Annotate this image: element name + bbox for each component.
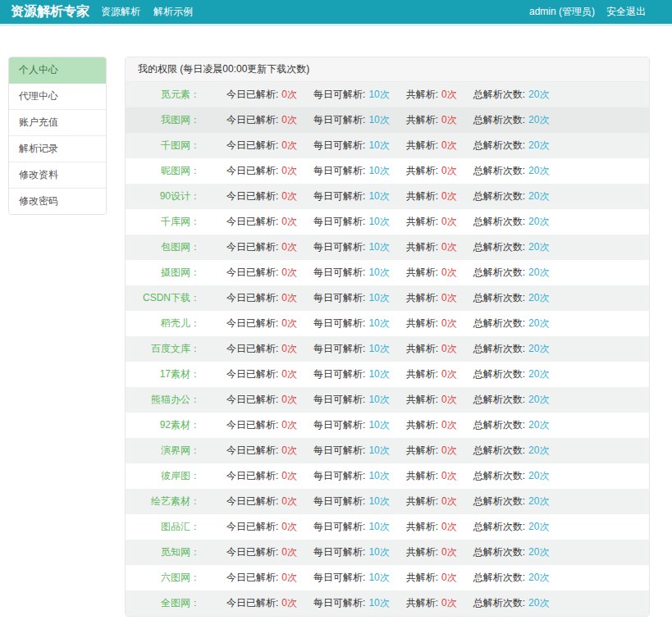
stat-daily-quota: 每日可解析:10次 xyxy=(313,598,390,609)
stat-total-parsed: 共解析:0次 xyxy=(406,344,457,354)
stat-total-quota: 总解析次数:20次 xyxy=(473,293,550,303)
stat-total-quota: 总解析次数:20次 xyxy=(473,496,550,507)
nav-link-resource-parse[interactable]: 资源解析 xyxy=(101,5,140,19)
site-link[interactable]: 图品汇： xyxy=(138,522,200,532)
permission-row: 熊猫办公： 今日已解析:0次 每日可解析:10次 共解析:0次 总解析次数:20… xyxy=(126,387,649,413)
logout-link[interactable]: 安全退出 xyxy=(606,5,646,19)
sidebar-menu: 个人中心 代理中心 账户充值 解析记录 修改资料 修改密码 xyxy=(8,57,107,215)
stat-daily-quota: 每日可解析:10次 xyxy=(313,471,390,481)
stat-today-parsed: 今日已解析:0次 xyxy=(226,89,297,100)
stat-total-quota: 总解析次数:20次 xyxy=(473,191,550,202)
site-link[interactable]: 觅元素： xyxy=(138,89,200,100)
stat-total-parsed: 共解析:0次 xyxy=(406,420,457,431)
stat-daily-quota: 每日可解析:10次 xyxy=(313,191,390,202)
site-link[interactable]: 17素材： xyxy=(138,369,200,380)
stat-total-parsed: 共解析:0次 xyxy=(406,572,457,583)
sidebar-item[interactable]: 修改资料 xyxy=(9,162,106,189)
stat-total-parsed: 共解析:0次 xyxy=(406,191,457,202)
stat-total-parsed: 共解析:0次 xyxy=(406,496,457,507)
sidebar-item[interactable]: 账户充值 xyxy=(9,110,106,136)
stat-total-parsed: 共解析:0次 xyxy=(406,267,457,278)
site-link[interactable]: 彼岸图： xyxy=(138,471,200,481)
site-link[interactable]: 全图网： xyxy=(138,598,200,609)
site-link[interactable]: 我图网： xyxy=(138,115,200,125)
stat-daily-quota: 每日可解析:10次 xyxy=(313,166,390,176)
sidebar-item[interactable]: 代理中心 xyxy=(9,84,106,110)
stat-total-parsed: 共解析:0次 xyxy=(406,217,457,227)
stat-today-parsed: 今日已解析:0次 xyxy=(226,598,297,609)
stat-today-parsed: 今日已解析:0次 xyxy=(226,115,297,125)
stat-daily-quota: 每日可解析:10次 xyxy=(313,522,390,532)
navbar-right: admin (管理员) 安全退出 xyxy=(529,5,672,19)
page-content: 个人中心 代理中心 账户充值 解析记录 修改资料 修改密码 我的权限 (每日凌晨… xyxy=(0,26,672,617)
site-link[interactable]: CSDN下载： xyxy=(138,293,200,303)
stat-total-parsed: 共解析:0次 xyxy=(406,369,457,380)
stat-daily-quota: 每日可解析:10次 xyxy=(313,293,390,303)
site-link[interactable]: 包图网： xyxy=(138,242,200,253)
sidebar-item[interactable]: 个人中心 xyxy=(9,57,106,84)
permissions-list: 觅元素： 今日已解析:0次 每日可解析:10次 共解析:0次 总解析次数:20次… xyxy=(126,82,649,616)
stat-total-quota: 总解析次数:20次 xyxy=(473,369,550,380)
permission-row: 百度文库： 今日已解析:0次 每日可解析:10次 共解析:0次 总解析次数:20… xyxy=(126,336,649,362)
site-link[interactable]: 摄图网： xyxy=(138,267,200,278)
stat-total-parsed: 共解析:0次 xyxy=(406,445,457,456)
permission-row: 92素材： 今日已解析:0次 每日可解析:10次 共解析:0次 总解析次数:20… xyxy=(126,413,649,438)
site-link[interactable]: 千图网： xyxy=(138,140,200,151)
stat-today-parsed: 今日已解析:0次 xyxy=(226,496,297,507)
permission-row: 稻壳儿： 今日已解析:0次 每日可解析:10次 共解析:0次 总解析次数:20次 xyxy=(126,311,649,336)
sidebar-item[interactable]: 修改密码 xyxy=(9,189,106,214)
site-link[interactable]: 熊猫办公： xyxy=(138,394,200,405)
site-link[interactable]: 千库网： xyxy=(138,217,200,227)
site-link[interactable]: 92素材： xyxy=(138,420,200,431)
stat-today-parsed: 今日已解析:0次 xyxy=(226,522,297,532)
permission-row: 千库网： 今日已解析:0次 每日可解析:10次 共解析:0次 总解析次数:20次 xyxy=(126,209,649,235)
permission-row: 彼岸图： 今日已解析:0次 每日可解析:10次 共解析:0次 总解析次数:20次 xyxy=(126,463,649,489)
stat-daily-quota: 每日可解析:10次 xyxy=(313,496,390,507)
stat-today-parsed: 今日已解析:0次 xyxy=(226,191,297,202)
stat-total-quota: 总解析次数:20次 xyxy=(473,572,550,583)
stat-total-quota: 总解析次数:20次 xyxy=(473,344,550,354)
stat-total-parsed: 共解析:0次 xyxy=(406,471,457,481)
site-link[interactable]: 百度文库： xyxy=(138,344,200,354)
site-link[interactable]: 六图网： xyxy=(138,572,200,583)
stat-total-parsed: 共解析:0次 xyxy=(406,318,457,329)
stat-today-parsed: 今日已解析:0次 xyxy=(226,140,297,151)
permission-row: 摄图网： 今日已解析:0次 每日可解析:10次 共解析:0次 总解析次数:20次 xyxy=(126,260,649,285)
site-link[interactable]: 觅知网： xyxy=(138,547,200,558)
site-link[interactable]: 昵图网： xyxy=(138,166,200,176)
brand-title[interactable]: 资源解析专家 xyxy=(0,3,101,21)
stat-total-parsed: 共解析:0次 xyxy=(406,115,457,125)
stat-total-quota: 总解析次数:20次 xyxy=(473,598,550,609)
stat-total-quota: 总解析次数:20次 xyxy=(473,318,550,329)
nav-link-parse-examples[interactable]: 解析示例 xyxy=(153,5,193,19)
stat-total-parsed: 共解析:0次 xyxy=(406,166,457,176)
stat-total-quota: 总解析次数:20次 xyxy=(473,115,550,125)
stat-total-parsed: 共解析:0次 xyxy=(406,242,457,253)
stat-daily-quota: 每日可解析:10次 xyxy=(313,344,390,354)
permission-row: 绘艺素材： 今日已解析:0次 每日可解析:10次 共解析:0次 总解析次数:20… xyxy=(126,489,649,514)
stat-total-parsed: 共解析:0次 xyxy=(406,140,457,151)
stat-total-quota: 总解析次数:20次 xyxy=(473,217,550,227)
permission-row: 昵图网： 今日已解析:0次 每日可解析:10次 共解析:0次 总解析次数:20次 xyxy=(126,158,649,184)
stat-total-quota: 总解析次数:20次 xyxy=(473,394,550,405)
stat-today-parsed: 今日已解析:0次 xyxy=(226,242,297,253)
stat-today-parsed: 今日已解析:0次 xyxy=(226,471,297,481)
stat-total-parsed: 共解析:0次 xyxy=(406,293,457,303)
permission-row: 17素材： 今日已解析:0次 每日可解析:10次 共解析:0次 总解析次数:20… xyxy=(126,362,649,387)
site-link[interactable]: 演界网： xyxy=(138,445,200,456)
stat-total-quota: 总解析次数:20次 xyxy=(473,445,550,456)
stat-today-parsed: 今日已解析:0次 xyxy=(226,547,297,558)
site-link[interactable]: 90设计： xyxy=(138,191,200,202)
sidebar-item[interactable]: 解析记录 xyxy=(9,136,106,162)
stat-daily-quota: 每日可解析:10次 xyxy=(313,217,390,227)
stat-total-quota: 总解析次数:20次 xyxy=(473,471,550,481)
permission-row: 全图网： 今日已解析:0次 每日可解析:10次 共解析:0次 总解析次数:20次 xyxy=(126,590,649,616)
stat-today-parsed: 今日已解析:0次 xyxy=(226,572,297,583)
panel-heading: 我的权限 (每日凌晨00:00更新下载次数) xyxy=(126,57,649,82)
site-link[interactable]: 绘艺素材： xyxy=(138,496,200,507)
stat-total-parsed: 共解析:0次 xyxy=(406,522,457,532)
stat-today-parsed: 今日已解析:0次 xyxy=(226,166,297,176)
permission-row: 演界网： 今日已解析:0次 每日可解析:10次 共解析:0次 总解析次数:20次 xyxy=(126,438,649,463)
stat-daily-quota: 每日可解析:10次 xyxy=(313,547,390,558)
site-link[interactable]: 稻壳儿： xyxy=(138,318,200,329)
